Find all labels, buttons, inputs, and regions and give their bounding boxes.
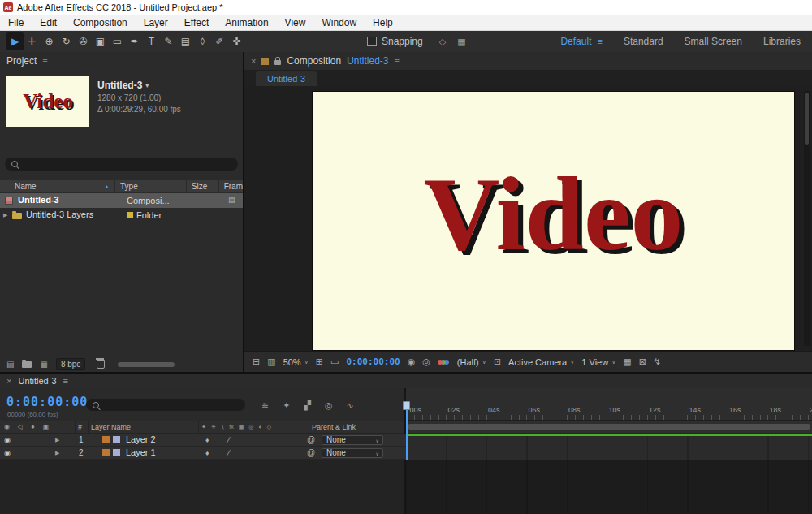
menu-layer[interactable]: Layer: [136, 17, 176, 28]
workspace-menu-icon[interactable]: ≡: [597, 37, 602, 46]
sort-ascending-icon[interactable]: ▲: [104, 184, 110, 189]
grid-guides-icon[interactable]: ⊞: [316, 356, 323, 367]
column-header-name[interactable]: Name ▲: [0, 180, 115, 192]
menu-animation[interactable]: Animation: [217, 17, 276, 28]
adjustment-layer-icon[interactable]: ◐: [258, 424, 261, 430]
mask-visibility-icon[interactable]: ▭: [330, 356, 339, 367]
column-parent-link[interactable]: Parent & Link: [312, 423, 356, 431]
resolution-select[interactable]: (Half)∨: [457, 357, 486, 367]
layer-label-swatch[interactable]: [102, 449, 110, 456]
work-area-bar[interactable]: [408, 424, 810, 430]
timeline-search[interactable]: [86, 399, 245, 411]
pixel-aspect-icon[interactable]: ⊠: [639, 356, 646, 367]
lock-icon[interactable]: ▣: [42, 423, 50, 430]
workspace-libraries[interactable]: Libraries: [763, 36, 801, 47]
panel-menu-icon[interactable]: ≡: [395, 56, 400, 66]
monitor-icon[interactable]: ▥: [267, 356, 275, 367]
shape-tool[interactable]: ▭: [109, 32, 126, 50]
timeline-current-time[interactable]: 0:00:00:00: [6, 395, 88, 409]
fast-previews-icon[interactable]: ↯: [654, 356, 661, 367]
viewer-scrollbar[interactable]: [804, 91, 810, 346]
puppet-pin-tool[interactable]: ✜: [228, 32, 245, 50]
show-channel-icon[interactable]: [438, 359, 450, 365]
menu-edit[interactable]: Edit: [32, 17, 65, 28]
snap-angle-icon[interactable]: ◇: [439, 37, 446, 47]
preview-quality-icon[interactable]: ⊟: [253, 356, 260, 367]
layer-label-swatch[interactable]: [102, 436, 110, 443]
visibility-eye-icon[interactable]: ◉: [4, 449, 11, 457]
magnification-select[interactable]: 50%∨: [283, 357, 309, 367]
column-header-type[interactable]: Type: [115, 180, 187, 192]
draft-3d-icon[interactable]: ✦: [283, 400, 290, 411]
parent-select[interactable]: None∨: [322, 435, 383, 445]
playhead-marker[interactable]: [403, 401, 410, 410]
menu-effect[interactable]: Effect: [176, 17, 217, 28]
menu-file[interactable]: File: [0, 17, 32, 28]
close-icon[interactable]: ×: [251, 56, 256, 66]
parent-select[interactable]: None∨: [322, 448, 383, 458]
camera-tool[interactable]: ✇: [75, 32, 92, 50]
timeline-tab[interactable]: Untitled-3: [18, 376, 56, 386]
expand-arrow-icon[interactable]: ▶: [55, 437, 59, 443]
graph-editor-icon[interactable]: ∿: [347, 400, 354, 411]
layer-name[interactable]: Layer 2: [126, 434, 156, 444]
clone-stamp-tool[interactable]: ▤: [177, 32, 194, 50]
workspace-standard[interactable]: Standard: [624, 36, 663, 47]
comp-flowchart-icon[interactable]: ≋: [261, 400, 269, 411]
zoom-tool[interactable]: ⊕: [41, 32, 58, 50]
solo-icon[interactable]: ●: [29, 423, 37, 430]
chevron-down-icon[interactable]: ▾: [145, 82, 149, 89]
motion-blur-icon[interactable]: ◎: [325, 400, 333, 411]
trash-icon[interactable]: [97, 360, 105, 369]
show-snapshot-icon[interactable]: ◎: [422, 356, 430, 367]
transparency-grid-icon[interactable]: ▦: [623, 356, 631, 367]
shy-icon[interactable]: ✦: [201, 424, 206, 430]
snap-grid-icon[interactable]: ▦: [457, 37, 465, 47]
menu-help[interactable]: Help: [365, 17, 401, 28]
motion-blur-col-icon[interactable]: ◎: [248, 424, 253, 430]
pen-tool[interactable]: ✒: [126, 32, 143, 50]
quality-switch-icon[interactable]: ♦: [205, 436, 209, 444]
project-tab[interactable]: Project: [6, 55, 37, 67]
column-header-size[interactable]: Size: [187, 180, 219, 192]
comp-tab-name[interactable]: Untitled-3: [347, 55, 388, 67]
hand-tool[interactable]: ✛: [24, 32, 41, 50]
expand-arrow-icon[interactable]: ▶: [55, 450, 59, 456]
viewer-scrollbar-thumb[interactable]: [805, 93, 809, 145]
comp-current-time[interactable]: 0:00:00:00: [346, 356, 400, 367]
project-search-input[interactable]: [18, 158, 238, 170]
brush-tool[interactable]: ✎: [160, 32, 177, 50]
comp-canvas[interactable]: Video: [313, 92, 794, 350]
interpret-footage-icon[interactable]: ▤: [6, 360, 14, 369]
project-bit-depth[interactable]: 8 bpc: [56, 358, 85, 370]
region-of-interest-icon[interactable]: ⊡: [494, 356, 501, 367]
snapping-checkbox[interactable]: [367, 37, 377, 46]
layer-name[interactable]: Layer 1: [126, 447, 156, 457]
quality-slash-icon[interactable]: ∕: [228, 448, 230, 457]
expand-arrow-icon[interactable]: ▶: [3, 212, 7, 218]
roto-brush-tool[interactable]: ✐: [211, 32, 228, 50]
visibility-eye-icon[interactable]: ◉: [4, 436, 11, 444]
fx-icon[interactable]: fx: [229, 424, 233, 430]
collapse-icon[interactable]: ✳: [211, 424, 216, 430]
menu-composition[interactable]: Composition: [65, 17, 136, 28]
column-header-frames[interactable]: Fram: [219, 180, 243, 192]
new-folder-icon[interactable]: [22, 361, 32, 368]
workspace-small-screen[interactable]: Small Screen: [685, 36, 742, 47]
audio-icon[interactable]: ◁: [16, 423, 24, 430]
quality-icon[interactable]: ∖: [221, 424, 224, 430]
close-icon[interactable]: ×: [6, 376, 11, 386]
eraser-tool[interactable]: ◊: [194, 32, 211, 50]
comp-viewer-tab[interactable]: Untitled-3: [256, 71, 317, 86]
layer-row[interactable]: ◉▶2Layer 1♦∕@None∨: [0, 447, 406, 460]
eye-icon[interactable]: ◉: [3, 423, 11, 430]
panel-menu-icon[interactable]: ≡: [42, 56, 47, 66]
quality-slash-icon[interactable]: ∕: [228, 435, 230, 444]
type-tool[interactable]: T: [143, 32, 160, 50]
quality-switch-icon[interactable]: ♦: [205, 449, 209, 457]
parent-pickwhip-icon[interactable]: @: [307, 435, 315, 444]
view-layout-select[interactable]: 1 View∨: [581, 357, 615, 367]
timeline-ruler[interactable]: :00s02s04s06s08s10s12s14s16s18s20s: [406, 388, 812, 421]
workspace-default[interactable]: Default≡: [560, 36, 602, 47]
timeline-search-input[interactable]: [99, 400, 245, 411]
